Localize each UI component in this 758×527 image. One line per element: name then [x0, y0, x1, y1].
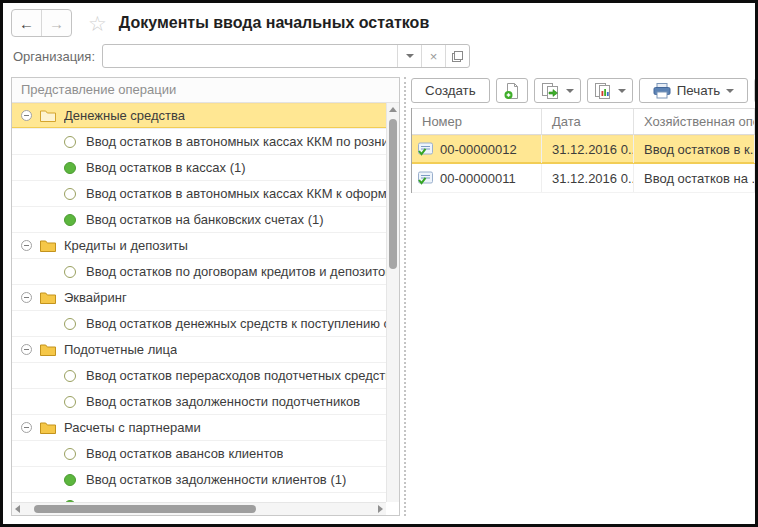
folder-icon: [40, 109, 56, 122]
status-filled-circle-icon: [64, 162, 76, 174]
status-empty-circle-icon: [64, 266, 76, 278]
forward-arrow-icon: →: [49, 15, 64, 32]
list-item[interactable]: Ввод остатков задолженности клиентов (1): [12, 467, 386, 493]
tree-horizontal-scrollbar[interactable]: [12, 502, 386, 515]
chevron-down-icon: [618, 89, 626, 93]
tree-group-label: Кредиты и депозиты: [64, 238, 188, 253]
document-operation: Ввод остатков в к...: [634, 135, 755, 163]
column-header-operation[interactable]: Хозяйственная опе...: [634, 109, 755, 134]
organization-dropdown-button[interactable]: [397, 45, 421, 67]
list-item-partial[interactable]: [12, 493, 386, 502]
documents-table: Номер Дата Хозяйственная опе... 00-00000…: [411, 108, 755, 193]
scroll-up-icon: [389, 107, 397, 112]
organization-row: Организация: ×: [13, 43, 470, 69]
column-header-date[interactable]: Дата: [542, 109, 634, 134]
table-header-row: Номер Дата Хозяйственная опе...: [412, 108, 755, 135]
document-number: 00-00000012: [440, 142, 517, 157]
list-item[interactable]: Ввод остатков в автономных кассах ККМ к …: [12, 181, 386, 207]
chevron-down-icon: [726, 89, 734, 93]
status-empty-circle-icon: [64, 318, 76, 330]
column-header-number[interactable]: Номер: [412, 109, 542, 134]
operation-label: Ввод остатков в кассах (1): [86, 160, 246, 175]
chevron-down-icon: [406, 54, 414, 58]
list-item[interactable]: Ввод остатков денежных средств к поступл…: [12, 311, 386, 337]
print-forms-button[interactable]: [587, 78, 633, 103]
tree-group-label: Подотчетные лица: [64, 342, 177, 357]
documents-list-panel: Создать: [411, 77, 755, 524]
chevron-down-icon: [566, 89, 574, 93]
organization-input[interactable]: [103, 45, 397, 67]
posted-document-icon: [417, 142, 434, 156]
favorite-star-icon[interactable]: ☆: [88, 13, 107, 34]
new-document-icon: [503, 82, 521, 100]
new-document-button[interactable]: [496, 78, 528, 103]
history-nav-buttons: ← →: [11, 9, 72, 37]
table-row[interactable]: 00-00000011 31.12.2016 0... Ввод остатко…: [412, 164, 755, 193]
status-empty-circle-icon: [64, 370, 76, 382]
tree-group-label: Расчеты с партнерами: [64, 420, 201, 435]
operation-label: Ввод остатков задолженности подотчетнико…: [86, 394, 360, 409]
open-list-icon: [452, 51, 463, 62]
tree-group-label: Денежные средства: [64, 108, 185, 123]
organization-label: Организация:: [13, 49, 95, 64]
vertical-scrollbar-thumb[interactable]: [389, 119, 397, 269]
list-item[interactable]: Ввод остатков в автономных кассах ККМ по…: [12, 129, 386, 155]
tree-vertical-scrollbar[interactable]: [386, 103, 399, 502]
status-filled-circle-icon: [64, 474, 76, 486]
organization-clear-button[interactable]: ×: [421, 45, 445, 67]
search-input[interactable]: [754, 78, 758, 103]
operations-tree-panel: Представление операции Денежные средства…: [11, 77, 400, 516]
app-window: ← → ☆ Документы ввода начальных остатков…: [0, 0, 758, 527]
list-item[interactable]: Ввод остатков задолженности подотчетнико…: [12, 389, 386, 415]
document-number: 00-00000011: [440, 171, 516, 186]
tree-group-acquiring[interactable]: Эквайринг: [12, 285, 386, 311]
printer-icon: [653, 83, 671, 99]
create-button[interactable]: Создать: [411, 78, 490, 103]
folder-icon: [40, 239, 56, 252]
collapse-icon[interactable]: [21, 240, 32, 251]
horizontal-scrollbar-thumb[interactable]: [34, 505, 256, 513]
organization-field-group: ×: [102, 44, 470, 68]
collapse-icon[interactable]: [21, 110, 32, 121]
list-item[interactable]: Ввод остатков перерасходов подотчетных с…: [12, 363, 386, 389]
list-item[interactable]: Ввод остатков авансов клиентов: [12, 441, 386, 467]
tree-group-accountable-persons[interactable]: Подотчетные лица: [12, 337, 386, 363]
top-nav: ← → ☆ Документы ввода начальных остатков: [11, 9, 429, 37]
collapse-icon[interactable]: [21, 344, 32, 355]
organization-open-button[interactable]: [445, 45, 469, 67]
operation-label: Ввод остатков перерасходов подотчетных с…: [86, 368, 386, 383]
tree-group-cash[interactable]: Денежные средства: [12, 103, 386, 129]
back-arrow-icon: ←: [19, 15, 34, 32]
create-by-copy-icon: [541, 82, 560, 100]
tree-group-label: Эквайринг: [64, 290, 127, 305]
posted-document-icon: [417, 171, 434, 185]
operation-label: Ввод остатков в автономных кассах ККМ к …: [86, 186, 386, 201]
tree-body: Денежные средства Ввод остатков в автоно…: [12, 103, 386, 502]
collapse-icon[interactable]: [21, 292, 32, 303]
status-filled-circle-icon: [64, 214, 76, 226]
operation-label: Ввод остатков в автономных кассах ККМ по…: [86, 134, 386, 149]
create-button-label: Создать: [425, 83, 476, 98]
forward-button[interactable]: →: [41, 10, 71, 36]
tree-column-header[interactable]: Представление операции: [12, 78, 399, 103]
tree-group-credits[interactable]: Кредиты и депозиты: [12, 233, 386, 259]
operation-label: Ввод остатков авансов клиентов: [86, 446, 283, 461]
folder-icon: [40, 343, 56, 356]
list-item[interactable]: Ввод остатков по договорам кредитов и де…: [12, 259, 386, 285]
collapse-icon[interactable]: [21, 422, 32, 433]
list-item[interactable]: Ввод остатков на банковских счетах (1): [12, 207, 386, 233]
tree-group-partner-settlements[interactable]: Расчеты с партнерами: [12, 415, 386, 441]
status-empty-circle-icon: [64, 448, 76, 460]
back-button[interactable]: ←: [12, 10, 41, 36]
close-icon: ×: [430, 50, 438, 63]
panel-splitter[interactable]: [404, 77, 406, 516]
table-row[interactable]: 00-00000012 31.12.2016 0... Ввод остатко…: [412, 135, 755, 164]
status-empty-circle-icon: [64, 188, 76, 200]
status-empty-circle-icon: [64, 136, 76, 148]
print-button[interactable]: Печать: [639, 78, 749, 103]
document-date: 31.12.2016 0...: [542, 135, 634, 163]
status-empty-circle-icon: [64, 396, 76, 408]
operation-label: Ввод остатков на банковских счетах (1): [86, 212, 324, 227]
list-item[interactable]: Ввод остатков в кассах (1): [12, 155, 386, 181]
create-by-copy-button[interactable]: [534, 78, 581, 103]
